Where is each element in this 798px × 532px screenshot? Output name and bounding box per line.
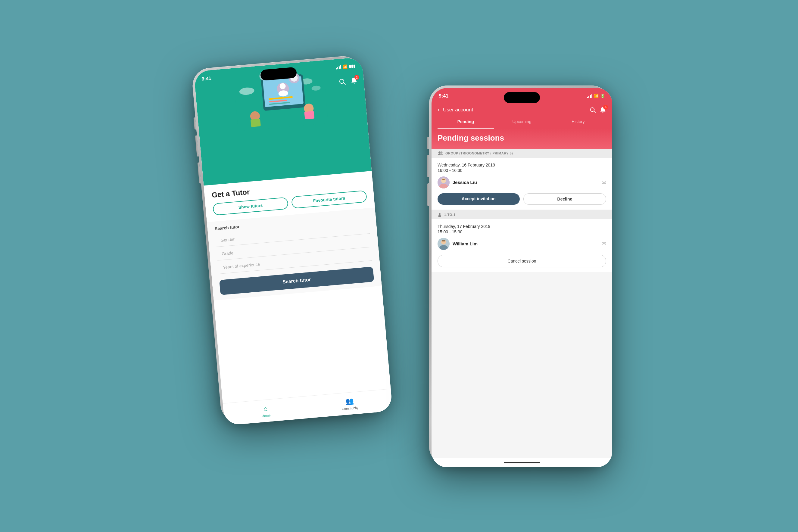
group-label: GROUP (TRIGONOMETRY / PRIMARY 5) [445,151,513,155]
notification-badge-2: 5 [603,105,608,110]
home-bar [504,462,540,463]
back-icon[interactable]: ‹ [438,107,439,113]
battery-icon-1: ▮▮▮ [349,63,355,68]
mail-icon-2[interactable]: ✉ [602,241,606,247]
signal-bars-2 [587,94,592,98]
teal-body: Get a Tutor Show tutors Favourite tutors… [204,171,391,403]
mute-button [194,117,196,130]
session1-time: 16:00 - 16:30 [438,168,606,173]
pink-nav: ‹ User account 5 [432,104,612,116]
phone-1-screen: 9:41 📶 ▮▮▮ [194,57,393,425]
svg-line-1 [344,82,345,84]
session-card-2: Thursday, 17 February 2019 15:00 - 15:30… [432,219,612,272]
search-icon-2 [589,107,596,113]
cancel-session-button[interactable]: Cancel session [438,255,606,267]
notification-badge-1: 2 [354,75,359,80]
svg-rect-15 [250,119,261,127]
bar-2-4 [591,94,592,98]
sessions-list: GROUP (TRIGONOMETRY / PRIMARY 5) Wednesd… [432,149,612,458]
phone-2: 9:41 📶 🔋 ‹ User ac [429,86,610,465]
jessica-name: Jessica Liu [453,180,598,185]
phone-1: 9:41 📶 ▮▮▮ [191,55,390,423]
svg-point-24 [440,151,443,154]
one-to-one-label: 1-TO-1 [444,213,456,216]
status-time-2: 9:41 [439,93,449,99]
nav-community-label: Community [341,405,358,411]
bar-1 [336,68,337,69]
william-avatar [438,238,450,250]
bar-2-3 [590,95,591,98]
william-name: William Lim [453,241,598,246]
svg-point-28 [441,178,446,183]
mute-button-2 [427,137,429,149]
svg-rect-17 [304,111,315,119]
pending-sessions-title: Pending sessions [432,129,612,149]
person-icon [438,212,442,217]
phone-2-screen: 9:41 📶 🔋 ‹ User ac [432,88,612,467]
session1-date: Wednesday, 16 February 2019 [438,163,606,167]
back-title: User account [443,107,586,113]
nav-home-label: Home [262,413,271,418]
volume-up-button-2 [427,155,429,177]
session1-actions: Accept invitation Decline [438,193,606,205]
wifi-icon-2: 📶 [594,94,598,98]
bar-3 [339,66,340,69]
volume-down-button [197,162,201,183]
decline-button[interactable]: Decline [524,193,606,205]
session1-tutor-row: Jessica Liu ✉ [438,176,606,188]
jessica-avatar [438,176,450,188]
wifi-icon-1: 📶 [342,64,347,69]
status-icons-2: 📶 🔋 [587,94,605,98]
tab-history[interactable]: History [550,116,606,129]
session2-date: Thursday, 17 February 2019 [438,224,606,229]
nav-home[interactable]: ⌂ Home [223,401,308,421]
volume-down-button-2 [427,183,429,206]
notification-icon-wrapper-2[interactable]: 5 [600,107,606,113]
search-section: Search tutor Gender Grade Years of exper… [207,207,382,301]
one-to-one-session-header: 1-TO-1 [432,210,612,219]
bar-2-1 [587,97,588,98]
jessica-avatar-svg [438,176,450,188]
session2-time: 15:00 - 15:30 [438,229,606,234]
search-icon-wrapper[interactable] [338,78,346,86]
session-card-1: Wednesday, 16 February 2019 16:00 - 16:3… [432,158,612,210]
bar-4 [340,65,341,69]
volume-up-button [195,135,199,156]
nav-community[interactable]: 👥 Community [307,394,392,413]
svg-point-30 [439,213,440,215]
group-session-header: GROUP (TRIGONOMETRY / PRIMARY 5) [432,149,612,158]
home-indicator [432,458,612,467]
william-avatar-svg [438,238,450,250]
battery-icon-2: 🔋 [600,94,605,98]
scene: 9:41 📶 ▮▮▮ [188,25,610,507]
mail-icon-1[interactable]: ✉ [602,179,606,186]
status-time-1: 9:41 [202,75,211,81]
home-icon: ⌂ [263,404,268,413]
session2-tutor-row: William Lim ✉ [438,238,606,250]
accept-invitation-button[interactable]: Accept invitation [438,193,520,205]
tab-pending[interactable]: Pending [438,116,494,129]
status-icons-1: 📶 ▮▮▮ [336,63,355,70]
svg-line-22 [594,111,595,113]
pink-tabs: Pending Upcoming History [432,116,612,129]
community-icon: 👥 [345,397,354,405]
signal-bars-1 [336,65,341,70]
bar-2 [337,67,339,69]
search-icon-wrapper-2[interactable] [589,107,596,113]
dynamic-island-2 [504,92,540,103]
svg-point-31 [438,215,441,216]
group-icon [438,151,443,155]
bar-2-2 [588,96,589,98]
svg-rect-35 [442,240,445,242]
notification-icon-wrapper[interactable]: 2 [350,76,358,84]
tab-upcoming[interactable]: Upcoming [494,116,550,129]
search-icon [338,78,346,86]
